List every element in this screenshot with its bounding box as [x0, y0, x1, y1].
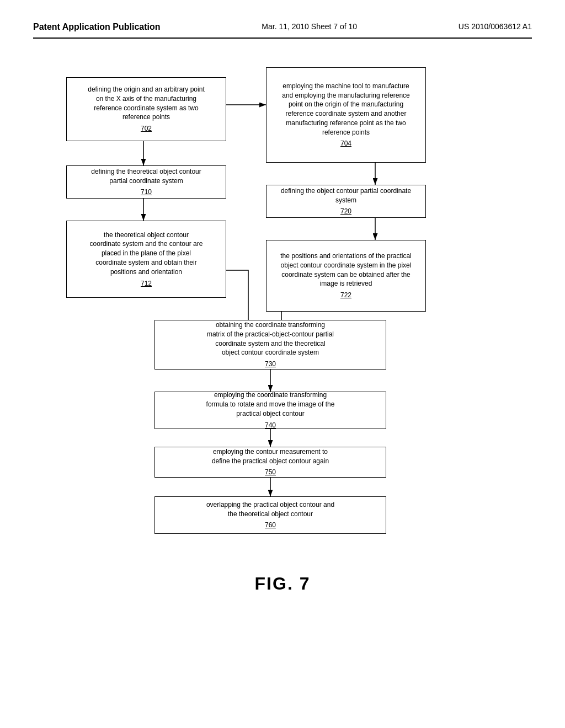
box-702: defining the origin and an arbitrary poi…	[66, 77, 226, 141]
flowchart: defining the origin and an arbitrary poi…	[33, 55, 532, 552]
box-722: the positions and orientations of the pr…	[266, 240, 426, 312]
box-722-ref: 722	[340, 291, 351, 300]
box-712: the theoretical object contour coordinat…	[66, 221, 226, 298]
box-730-ref: 730	[265, 360, 276, 369]
box-760-text: overlapping the practical object contour…	[206, 500, 334, 519]
box-702-ref: 702	[141, 124, 152, 133]
box-704-ref: 704	[340, 139, 351, 148]
box-702-text: defining the origin and an arbitrary poi…	[88, 85, 204, 122]
box-720-ref: 720	[340, 207, 351, 216]
box-704-text: employing the machine tool to manufactur…	[282, 82, 409, 137]
box-720: defining the object contour partial coor…	[266, 185, 426, 218]
header-publication-label: Patent Application Publication	[33, 22, 161, 32]
box-760-ref: 760	[265, 521, 276, 530]
figure-label: FIG. 7	[33, 574, 532, 594]
box-740-ref: 740	[265, 421, 276, 430]
box-740-text: employing the coordinate transforming fo…	[206, 390, 335, 418]
header-patent-number: US 2010/0063612 A1	[459, 22, 532, 31]
box-712-text: the theoretical object contour coordinat…	[90, 231, 203, 277]
box-740: employing the coordinate transforming fo…	[154, 392, 386, 429]
page-header: Patent Application Publication Mar. 11, …	[33, 22, 532, 39]
box-722-text: the positions and orientations of the pr…	[280, 251, 411, 288]
header-date-sheet: Mar. 11, 2010 Sheet 7 of 10	[262, 22, 357, 31]
box-710-ref: 710	[141, 188, 152, 197]
box-710: defining the theoretical object contour …	[66, 165, 226, 199]
box-730-text: obtaining the coordinate transforming ma…	[207, 320, 334, 357]
box-704: employing the machine tool to manufactur…	[266, 67, 426, 163]
page: Patent Application Publication Mar. 11, …	[0, 0, 565, 728]
box-760: overlapping the practical object contour…	[154, 496, 386, 534]
box-750-ref: 750	[265, 468, 276, 477]
box-720-text: defining the object contour partial coor…	[281, 186, 411, 205]
box-710-text: defining the theoretical object contour …	[91, 167, 201, 186]
box-750-text: employing the contour measurement to def…	[212, 447, 329, 466]
box-730: obtaining the coordinate transforming ma…	[154, 320, 386, 370]
box-750: employing the contour measurement to def…	[154, 447, 386, 478]
box-712-ref: 712	[141, 279, 152, 288]
